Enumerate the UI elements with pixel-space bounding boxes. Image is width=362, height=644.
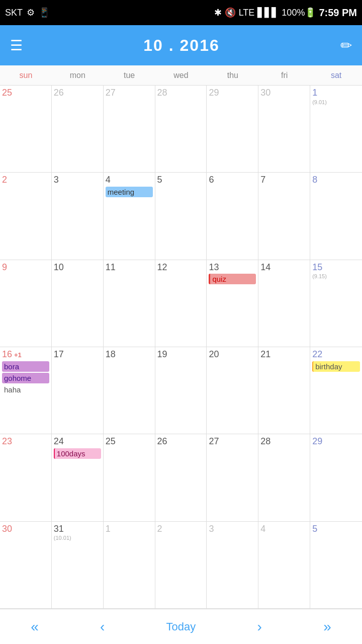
- cal-cell-29[interactable]: 29: [207, 86, 258, 172]
- date-number: 23: [2, 436, 12, 447]
- event-100days[interactable]: 100days: [54, 448, 101, 459]
- menu-button[interactable]: ☰: [10, 37, 23, 54]
- week-row-0: 2526272829301(9.01): [0, 86, 362, 173]
- date-number: 27: [209, 436, 219, 447]
- date-number: 1: [106, 524, 111, 535]
- cal-cell-18[interactable]: 18: [104, 347, 155, 434]
- date-number: 27: [106, 88, 116, 99]
- event-quiz[interactable]: quiz: [209, 274, 256, 284]
- date-number: 29: [312, 436, 322, 447]
- date-sub: (9.15): [312, 273, 360, 279]
- cal-cell-30[interactable]: 30: [0, 522, 52, 608]
- event-birthday[interactable]: birthday: [312, 361, 360, 372]
- date-number: 19: [157, 349, 167, 360]
- date-number: 22: [312, 349, 322, 360]
- event-meeting[interactable]: meeting: [106, 187, 153, 197]
- date-number: 2: [157, 524, 162, 535]
- cal-cell-14[interactable]: 14: [258, 260, 310, 347]
- date-number: 30: [2, 524, 12, 535]
- event-haha[interactable]: haha: [2, 384, 49, 395]
- week-row-1: 234meeting5678: [0, 173, 362, 260]
- next-next-button[interactable]: »: [313, 614, 341, 640]
- cal-cell-6[interactable]: 6: [207, 173, 258, 259]
- day-headers: sunmontuewedthufrisat: [0, 65, 362, 86]
- date-number: 10: [54, 262, 64, 273]
- date-number: 28: [260, 436, 270, 447]
- cal-cell-17[interactable]: 17: [52, 347, 104, 434]
- date-sub: (10.01): [54, 535, 101, 541]
- prev-button[interactable]: ‹: [90, 614, 115, 640]
- day-header-fri: fri: [258, 65, 310, 85]
- calendar-grid: 2526272829301(9.01)234meeting56789101112…: [0, 86, 362, 609]
- cal-cell-12[interactable]: 12: [155, 260, 207, 347]
- date-number: 14: [260, 262, 270, 273]
- prev-prev-button[interactable]: «: [21, 614, 49, 640]
- cal-cell-20[interactable]: 20: [207, 347, 258, 434]
- cal-cell-1[interactable]: 1: [104, 522, 155, 608]
- date-number: 3: [209, 524, 214, 535]
- cal-cell-28[interactable]: 28: [258, 434, 310, 521]
- cal-cell-10[interactable]: 10: [52, 260, 104, 347]
- date-number: 16: [2, 349, 12, 360]
- cal-cell-23[interactable]: 23: [0, 434, 52, 521]
- date-number: 12: [157, 262, 167, 273]
- day-header-mon: mon: [52, 65, 104, 85]
- cal-cell-9[interactable]: 9: [0, 260, 52, 347]
- day-header-tue: tue: [104, 65, 155, 85]
- cal-cell-13[interactable]: 13quiz: [207, 260, 258, 347]
- cal-cell-8[interactable]: 8: [310, 173, 362, 259]
- date-number: 26: [54, 88, 64, 99]
- date-number: 21: [260, 349, 270, 360]
- cal-cell-15[interactable]: 15(9.15): [310, 260, 362, 347]
- cal-cell-3[interactable]: 3: [52, 173, 104, 259]
- date-number: 2: [2, 175, 7, 186]
- cal-cell-4[interactable]: 4meeting: [104, 173, 155, 259]
- day-header-wed: wed: [155, 65, 207, 85]
- cal-cell-28[interactable]: 28: [155, 86, 207, 172]
- cal-cell-21[interactable]: 21: [258, 347, 310, 434]
- today-button[interactable]: Today: [156, 615, 206, 638]
- date-number: 25: [2, 88, 12, 99]
- date-number: 18: [106, 349, 116, 360]
- cal-cell-5[interactable]: 5: [310, 522, 362, 608]
- cal-cell-25[interactable]: 25: [104, 434, 155, 521]
- cal-cell-7[interactable]: 7: [258, 173, 310, 259]
- cal-cell-19[interactable]: 19: [155, 347, 207, 434]
- mute-icon: 🔇: [225, 7, 236, 18]
- cal-cell-29[interactable]: 29: [310, 434, 362, 521]
- cal-cell-5[interactable]: 5: [155, 173, 207, 259]
- date-number: 5: [312, 524, 317, 535]
- signal-icon: ▋▋▋: [257, 7, 279, 18]
- cal-cell-4[interactable]: 4: [258, 522, 310, 608]
- cal-cell-22[interactable]: 22birthday: [310, 347, 362, 434]
- cal-cell-27[interactable]: 27: [104, 86, 155, 172]
- cal-cell-30[interactable]: 30: [258, 86, 310, 172]
- event-gohome[interactable]: gohome: [2, 373, 49, 383]
- cal-cell-1[interactable]: 1(9.01): [310, 86, 362, 172]
- cal-cell-2[interactable]: 2: [155, 522, 207, 608]
- cal-cell-26[interactable]: 26: [52, 86, 104, 172]
- plus-badge: +1: [14, 351, 22, 359]
- cal-cell-26[interactable]: 26: [155, 434, 207, 521]
- screen-icon: 📱: [39, 7, 50, 18]
- edit-button[interactable]: ✏: [340, 37, 352, 54]
- cal-cell-2[interactable]: 2: [0, 173, 52, 259]
- time-display: 7:59 PM: [319, 7, 357, 19]
- cal-cell-25[interactable]: 25: [0, 86, 52, 172]
- week-row-5: 3031(10.01)12345: [0, 522, 362, 609]
- date-number: 15: [312, 262, 322, 273]
- next-button[interactable]: ›: [247, 614, 272, 640]
- date-number: 7: [260, 175, 265, 186]
- cal-cell-27[interactable]: 27: [207, 434, 258, 521]
- date-number: 20: [209, 349, 219, 360]
- cal-cell-11[interactable]: 11: [104, 260, 155, 347]
- cal-cell-3[interactable]: 3: [207, 522, 258, 608]
- cal-cell-16[interactable]: 16+1boragohomehaha: [0, 347, 52, 434]
- date-number: 4: [106, 175, 111, 186]
- date-number: 3: [54, 175, 59, 186]
- lte-icon: LTE: [239, 8, 255, 18]
- cal-cell-24[interactable]: 24100days: [52, 434, 104, 521]
- cal-cell-31[interactable]: 31(10.01): [52, 522, 104, 608]
- status-right: ✱ 🔇 LTE ▋▋▋ 100%🔋 7:59 PM: [214, 7, 357, 19]
- event-bora[interactable]: bora: [2, 361, 49, 372]
